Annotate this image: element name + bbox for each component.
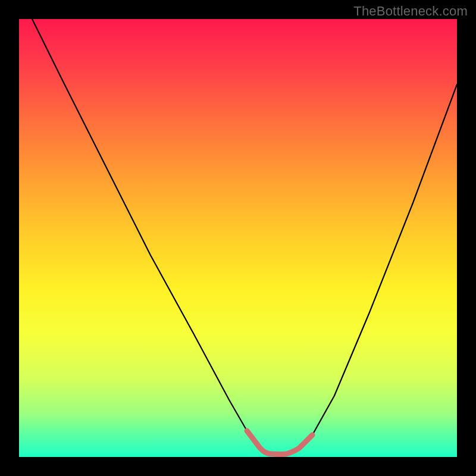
bottom-highlight [247, 431, 312, 455]
curve-layer [19, 19, 457, 457]
main-curve [32, 19, 457, 455]
chart-frame: TheBottleneck.com [0, 0, 476, 476]
watermark-text: TheBottleneck.com [353, 4, 468, 19]
plot-area [19, 19, 457, 457]
